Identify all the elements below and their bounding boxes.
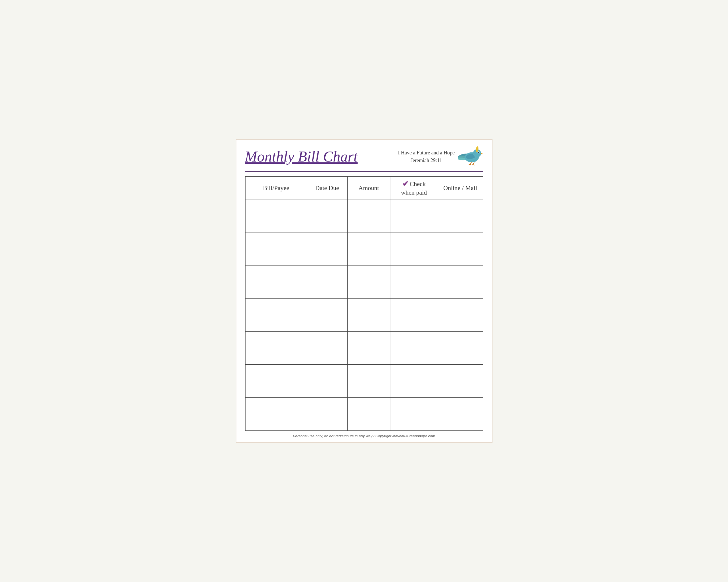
table-cell (347, 249, 390, 266)
col-header-check: ✔ Check when paid (390, 176, 438, 199)
table-cell (438, 249, 483, 266)
table-cell (347, 299, 390, 315)
table-cell (245, 282, 307, 299)
table-cell (245, 299, 307, 315)
table-cell (307, 381, 347, 398)
table-cell (438, 381, 483, 398)
header-right: I Have a Future and a Hope Jeremiah 29:1… (398, 145, 483, 168)
table-cell (245, 381, 307, 398)
col-header-online: Online / Mail (438, 176, 483, 199)
footer: Personal use only, do not redistribute i… (245, 434, 483, 438)
table-cell (307, 266, 347, 282)
check-icon: ✔ (402, 179, 409, 188)
table-cell (307, 348, 347, 365)
table-cell (245, 414, 307, 431)
table-cell (438, 315, 483, 332)
table-cell (245, 365, 307, 381)
table-cell (438, 232, 483, 249)
table-row (245, 249, 483, 266)
table-row (245, 199, 483, 216)
table-cell (307, 282, 347, 299)
table-cell (347, 216, 390, 232)
col-header-payee: Bill/Payee (245, 176, 307, 199)
table-cell (245, 266, 307, 282)
table-row (245, 299, 483, 315)
table-cell (307, 365, 347, 381)
page: Monthly Bill Chart I Have a Future and a… (236, 139, 492, 443)
table-cell (438, 398, 483, 414)
table-cell (390, 315, 438, 332)
table-cell (390, 332, 438, 348)
table-cell (438, 199, 483, 216)
page-title: Monthly Bill Chart (245, 149, 358, 164)
table-row (245, 232, 483, 249)
table-cell (347, 315, 390, 332)
table-header-row: Bill/Payee Date Due Amount ✔ Check when … (245, 176, 483, 199)
table-cell (438, 414, 483, 431)
table-row (245, 348, 483, 365)
svg-line-12 (473, 162, 474, 164)
table-cell (390, 282, 438, 299)
col-header-date: Date Due (307, 176, 347, 199)
table-row (245, 315, 483, 332)
table-row (245, 398, 483, 414)
table-cell (390, 249, 438, 266)
table-cell (245, 398, 307, 414)
bill-table: Bill/Payee Date Due Amount ✔ Check when … (245, 176, 483, 431)
table-row (245, 266, 483, 282)
col-header-amount: Amount (347, 176, 390, 199)
bird-illustration (458, 145, 483, 168)
table-row (245, 414, 483, 431)
table-cell (245, 332, 307, 348)
table-cell (245, 216, 307, 232)
table-cell (438, 332, 483, 348)
table-cell (307, 199, 347, 216)
table-row (245, 216, 483, 232)
table-cell (438, 216, 483, 232)
table-cell (307, 315, 347, 332)
table-cell (245, 315, 307, 332)
table-cell (390, 216, 438, 232)
scripture-text: I Have a Future and a Hope Jeremiah 29:1… (398, 149, 455, 164)
table-cell (307, 398, 347, 414)
table-cell (307, 232, 347, 249)
svg-point-8 (479, 152, 479, 153)
table-cell (347, 348, 390, 365)
table-cell (347, 365, 390, 381)
table-cell (347, 232, 390, 249)
table-cell (390, 381, 438, 398)
table-row (245, 381, 483, 398)
table-cell (307, 414, 347, 431)
svg-point-7 (478, 152, 479, 153)
table-body (245, 199, 483, 431)
table-cell (307, 249, 347, 266)
table-cell (390, 398, 438, 414)
table-cell (347, 266, 390, 282)
svg-marker-9 (481, 153, 483, 155)
table-cell (347, 414, 390, 431)
table-cell (307, 299, 347, 315)
table-cell (307, 332, 347, 348)
table-cell (390, 414, 438, 431)
table-cell (438, 266, 483, 282)
table-row (245, 282, 483, 299)
table-row (245, 365, 483, 381)
table-cell (438, 348, 483, 365)
table-cell (347, 199, 390, 216)
table-cell (438, 365, 483, 381)
table-cell (347, 398, 390, 414)
header: Monthly Bill Chart I Have a Future and a… (245, 145, 483, 172)
table-cell (347, 332, 390, 348)
table-cell (390, 348, 438, 365)
table-cell (307, 216, 347, 232)
table-cell (245, 232, 307, 249)
table-cell (390, 365, 438, 381)
table-cell (245, 348, 307, 365)
table-cell (390, 232, 438, 249)
table-cell (390, 266, 438, 282)
table-cell (347, 282, 390, 299)
table-cell (245, 199, 307, 216)
table-cell (390, 199, 438, 216)
table-cell (245, 249, 307, 266)
table-cell (438, 282, 483, 299)
